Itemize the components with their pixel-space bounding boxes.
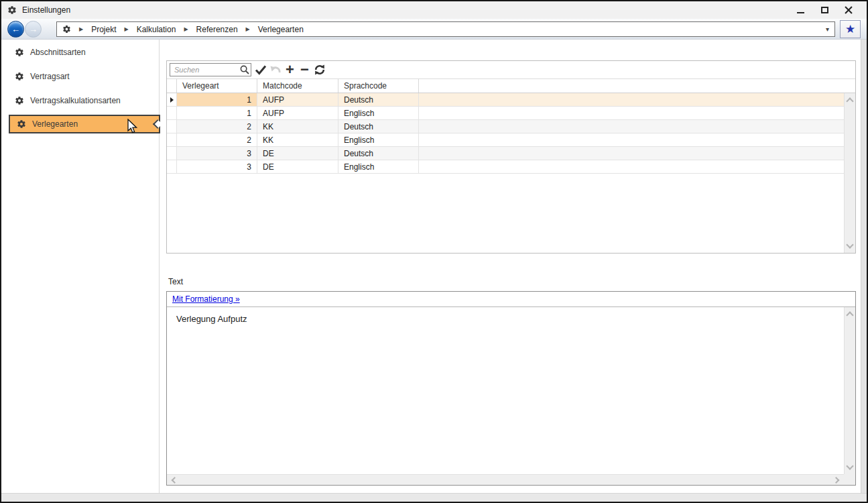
cell-matchcode[interactable]: AUFP [257,107,338,119]
selected-row-arrow-icon [170,97,174,103]
table-row[interactable]: 2 KK Englisch [167,133,855,147]
sidebar-item[interactable]: Vertragsart [8,68,158,85]
row-indicator-header [167,79,177,93]
cell-sprachcode[interactable]: Englisch [338,160,419,173]
gear-icon [15,48,24,57]
row-indicator-cell [167,120,177,133]
confirm-icon[interactable] [253,62,267,77]
cell-verlegeart[interactable]: 1 [177,93,257,106]
column-header-sprachcode[interactable]: Sprachcode [338,79,419,93]
column-header-matchcode[interactable]: Matchcode [257,79,338,93]
favorite-button[interactable]: ★ [840,20,861,38]
table-row[interactable]: 3 DE Deutsch [167,147,855,160]
cell-sprachcode[interactable]: Englisch [338,107,419,119]
cell-sprachcode[interactable]: Deutsch [338,147,419,160]
add-icon[interactable]: + [283,62,297,77]
gear-icon [62,25,71,34]
window-title: Einstellungen [22,5,70,15]
scroll-up-icon[interactable] [846,311,853,319]
navigation-bar: ← → ▶ Projekt ▶ Kalkulation [1,19,867,40]
sidebar-item-label: Abschnittsarten [30,48,86,57]
refresh-icon[interactable] [312,62,326,77]
breadcrumb-item[interactable]: ▶ Kalkulation [117,25,176,34]
cell-verlegeart[interactable]: 2 [177,120,257,133]
gear-icon [7,5,17,15]
minimize-button[interactable] [796,5,805,15]
text-editor-content[interactable]: Verlegung Aufputz [167,307,855,331]
cell-sprachcode[interactable]: Englisch [338,133,419,146]
cell-filler [419,93,855,106]
forward-button[interactable]: → [25,21,42,38]
scroll-up-icon[interactable] [846,97,853,105]
main-body: Abschnittsarten Vertragsart [1,40,867,493]
undo-icon[interactable] [268,62,282,77]
gear-icon [17,119,26,129]
table-row[interactable]: 1 AUFP Deutsch [167,93,855,107]
breadcrumb-item-label: Verlegearten [258,25,304,34]
breadcrumb: ▶ Projekt ▶ Kalkulation ▶ Referenzen [56,21,835,37]
table-toolbar: + − [167,61,855,78]
row-indicator-cell [167,93,177,106]
cell-matchcode[interactable]: KK [257,133,338,146]
breadcrumb-arrow-icon: ▶ [246,26,250,32]
table-row[interactable]: 2 KK Deutsch [167,120,855,133]
cell-verlegeart[interactable]: 1 [177,107,257,119]
maximize-button[interactable] [820,5,829,15]
column-header-filler [419,79,855,93]
star-icon: ★ [845,22,855,36]
sidebar: Abschnittsarten Vertragsart [1,40,160,493]
cell-matchcode[interactable]: DE [257,147,338,160]
reference-table-panel: + − Verlegeart Matchcode [166,60,856,254]
row-indicator-cell [167,107,177,119]
table-row[interactable]: 1 AUFP Englisch [167,107,855,120]
minimize-icon [797,12,804,13]
format-link[interactable]: Mit Formatierung » [172,294,240,304]
cell-filler [419,147,855,160]
right-gutter [861,40,867,493]
table-rows: 1 AUFP Deutsch 1 AUFP Englisch [167,93,855,174]
breadcrumb-item[interactable]: ▶ Verlegearten [238,25,304,34]
forward-arrow-icon: → [29,24,38,34]
cell-matchcode[interactable]: DE [257,160,338,173]
scroll-left-icon[interactable] [172,477,178,484]
sidebar-item-label: Verlegearten [32,119,78,129]
cell-filler [419,133,855,146]
search-box [170,63,251,76]
cell-matchcode[interactable]: AUFP [257,93,338,106]
sidebar-item[interactable]: Abschnittsarten [8,44,158,60]
breadcrumb-item-label: Referenzen [196,25,238,34]
close-button[interactable] [844,5,853,15]
cell-sprachcode[interactable]: Deutsch [338,93,419,106]
format-toolbar: Mit Formatierung » [167,292,855,307]
sidebar-item[interactable]: Vertragskalkulationsarten [8,93,158,109]
cell-verlegeart[interactable]: 3 [177,160,257,173]
scroll-right-icon[interactable] [833,477,840,484]
cell-sprachcode[interactable]: Deutsch [338,120,419,133]
table-row[interactable]: 3 DE Englisch [167,160,855,174]
text-horizontal-scrollbar[interactable] [167,474,844,485]
text-editor-panel: Mit Formatierung » Verlegung Aufputz [166,291,856,486]
settings-window: Einstellungen ← → ▶ Projekt [0,0,868,503]
close-icon [845,6,853,14]
cell-verlegeart[interactable]: 2 [177,133,257,146]
row-indicator-cell [167,160,177,173]
breadcrumb-dropdown-icon[interactable]: ▾ [826,25,829,33]
remove-icon[interactable]: − [298,62,312,77]
cell-verlegeart[interactable]: 3 [177,147,257,160]
maximize-icon [821,7,828,13]
scroll-down-icon[interactable] [846,241,853,248]
mouse-cursor-icon [125,119,139,135]
scroll-down-icon[interactable] [846,462,853,469]
breadcrumb-item[interactable]: ▶ Referenzen [176,25,237,34]
back-button[interactable]: ← [7,21,24,38]
column-header-verlegeart[interactable]: Verlegeart [177,79,257,93]
cell-matchcode[interactable]: KK [257,120,338,133]
breadcrumb-item[interactable]: ▶ Projekt [71,25,117,34]
table-vertical-scrollbar[interactable] [844,93,855,253]
text-vertical-scrollbar[interactable] [844,307,855,474]
search-icon[interactable] [239,64,250,75]
status-bar [1,493,867,502]
gear-icon [15,72,24,81]
row-indicator-cell [167,147,177,160]
table-header-row: Verlegeart Matchcode Sprachcode [167,78,855,93]
